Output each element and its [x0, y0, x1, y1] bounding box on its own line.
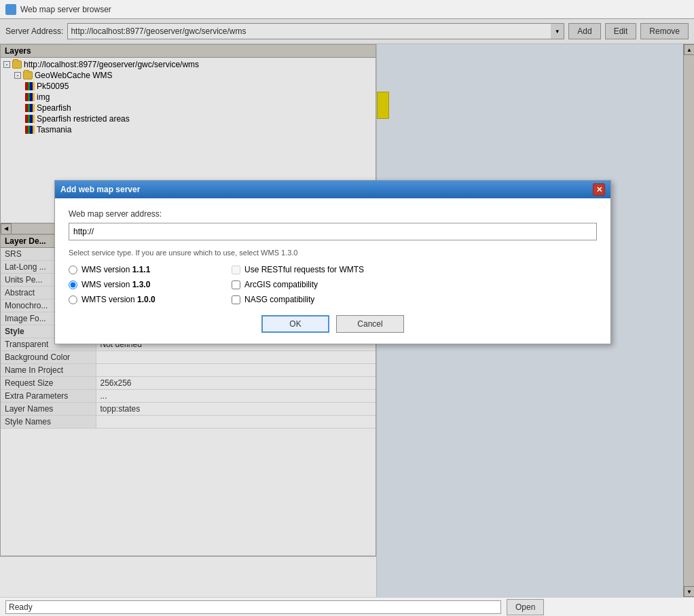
add-wms-dialog: Add web map server ✕ Web map server addr…: [54, 180, 611, 344]
checkbox-restful[interactable]: Use RESTful requests for WMTS: [232, 265, 597, 274]
status-text: Ready: [5, 600, 501, 614]
open-button[interactable]: Open: [507, 599, 544, 615]
status-bar: Ready Open: [0, 597, 694, 616]
checkbox-label-nasg: NASG compatibility: [244, 295, 314, 304]
title-bar: Web map server browser: [0, 0, 694, 19]
app-icon: [5, 4, 16, 15]
dialog-address-input[interactable]: [69, 223, 597, 240]
status-buttons: Open: [507, 599, 544, 615]
radio-input-wms130[interactable]: [69, 280, 77, 289]
checkbox-label-arcgis: ArcGIS compatibility: [244, 280, 318, 289]
dialog-close-button[interactable]: ✕: [593, 183, 605, 196]
options-area: WMS version 1.1.1 WMS version 1.3.0 WMTS…: [69, 265, 597, 304]
checkbox-nasg[interactable]: NASG compatibility: [232, 295, 597, 304]
radio-wms130[interactable]: WMS version 1.3.0: [69, 280, 218, 289]
radio-label-wms130: WMS version 1.3.0: [81, 280, 150, 289]
radio-group: WMS version 1.1.1 WMS version 1.3.0 WMTS…: [69, 265, 218, 304]
dialog-titlebar: Add web map server ✕: [55, 181, 610, 198]
dialog-address-label: Web map server address:: [69, 209, 597, 219]
dialog-cancel-button[interactable]: Cancel: [336, 315, 404, 333]
dialog-title: Add web map server: [60, 185, 140, 194]
dialog-body: Web map server address: Select service t…: [55, 198, 610, 344]
dialog-ok-button[interactable]: OK: [261, 315, 329, 333]
checkbox-arcgis[interactable]: ArcGIS compatibility: [232, 280, 597, 289]
checkbox-input-nasg[interactable]: [232, 295, 240, 304]
checkbox-label-restful: Use RESTful requests for WMTS: [244, 265, 364, 274]
checkbox-input-restful[interactable]: [232, 266, 240, 274]
window-title: Web map server browser: [20, 5, 111, 14]
checkbox-group: Use RESTful requests for WMTS ArcGIS com…: [218, 265, 597, 304]
radio-label-wms111: WMS version 1.1.1: [81, 265, 150, 274]
radio-label-wmts100: WMTS version 1.0.0: [81, 295, 156, 304]
radio-input-wms111[interactable]: [69, 266, 77, 274]
radio-input-wmts100[interactable]: [69, 295, 77, 304]
radio-wmts100[interactable]: WMTS version 1.0.0: [69, 295, 218, 304]
dialog-buttons: OK Cancel: [69, 315, 597, 333]
dialog-hint: Select service type. If you are unsure w…: [69, 249, 597, 257]
radio-wms111[interactable]: WMS version 1.1.1: [69, 265, 218, 274]
checkbox-input-arcgis[interactable]: [232, 280, 240, 289]
